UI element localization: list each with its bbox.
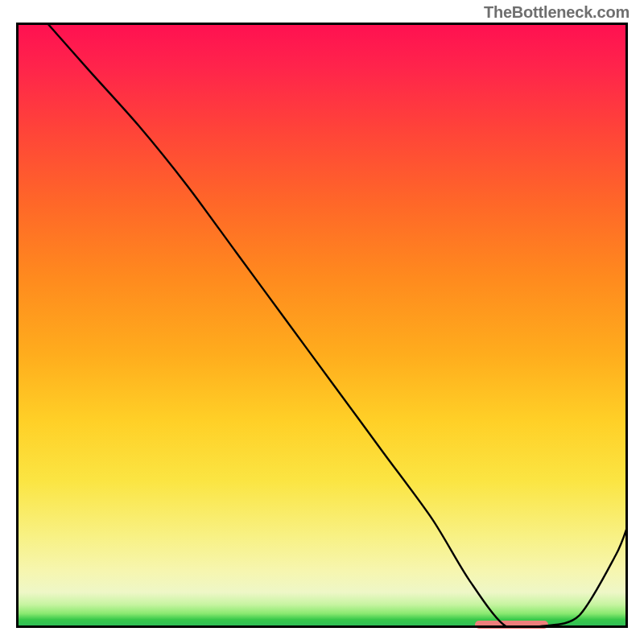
watermark-text: TheBottleneck.com: [484, 3, 630, 22]
plot-area: [16, 23, 628, 628]
bottleneck-curve: [16, 23, 628, 628]
chart-container: TheBottleneck.com: [0, 0, 644, 644]
